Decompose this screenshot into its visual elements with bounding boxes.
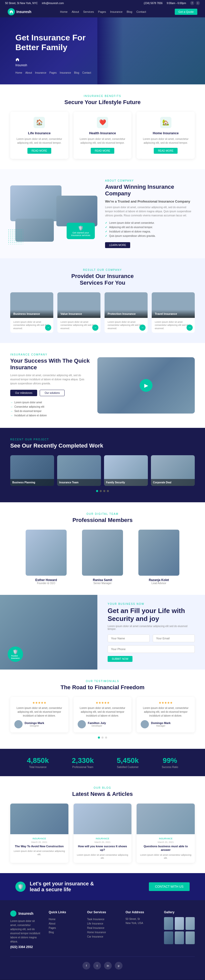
success-label: Insurance Company xyxy=(10,353,90,356)
avatar-2 xyxy=(78,720,86,729)
tab-milestones[interactable]: Our milestones xyxy=(10,390,37,396)
home-insurance-desc: Lorem ipsum dolor sit amet, consectetur … xyxy=(141,137,191,145)
cta-form-section: 🛡️ TrustedInsurance Your Business Now Ge… xyxy=(0,595,205,670)
hero-nav-contact[interactable]: Contact xyxy=(82,72,91,74)
value-service-desc: Lorem ipsum dolor sit amet consectetur a… xyxy=(61,320,98,330)
facebook-icon[interactable]: f xyxy=(190,1,194,5)
footer-svc-real[interactable]: Real Insurance xyxy=(87,926,118,930)
gallery-thumb-1[interactable] xyxy=(164,917,173,930)
nav-home[interactable]: Home xyxy=(60,10,67,13)
home-insurance-btn[interactable]: READ MORE xyxy=(154,148,178,154)
testimonial-dot-3[interactable] xyxy=(105,737,107,738)
nav-insurance[interactable]: Insurance xyxy=(110,10,122,13)
service-overlay: Business Insurance xyxy=(10,310,53,318)
footer-svc-task[interactable]: Task Insurance xyxy=(87,917,118,921)
business-service-arrow[interactable]: → xyxy=(45,325,51,331)
footer-svc-car[interactable]: Car Insurance xyxy=(87,934,118,939)
gallery-thumb-6[interactable] xyxy=(186,931,195,944)
cta-banner: 🛡️ Let's get your insurance &lead a secu… xyxy=(0,873,205,900)
footer-link-about[interactable]: About xyxy=(49,921,79,926)
nav-contact[interactable]: Contact xyxy=(136,10,146,13)
cta-banner-button[interactable]: CONTACT WITH US xyxy=(149,882,190,891)
hero-nav-blog[interactable]: Blog xyxy=(74,72,79,74)
footer-link-pages[interactable]: Pages xyxy=(49,926,79,930)
portfolio-item-4[interactable]: Corporate Deal xyxy=(151,455,195,486)
testimonial-dot-1[interactable] xyxy=(98,737,100,738)
testimonial-dot-2[interactable] xyxy=(101,737,104,738)
hero-nav-about[interactable]: About xyxy=(26,72,32,74)
portfolio-item-2[interactable]: Insurance Team xyxy=(57,455,101,486)
value-service-arrow[interactable]: → xyxy=(92,325,98,331)
dot-2[interactable] xyxy=(100,490,102,492)
tab-solutions[interactable]: Our solutions xyxy=(40,390,64,396)
email-input[interactable] xyxy=(153,635,195,642)
footer-address-title: Our Address xyxy=(126,910,156,914)
nav-blog[interactable]: Blog xyxy=(127,10,132,13)
news-date-3: March 20, 2021 xyxy=(140,841,192,843)
health-insurance-title: Health Insurance xyxy=(78,131,128,135)
phone-input[interactable] xyxy=(107,645,195,653)
news-card-3[interactable]: Insurance March 20, 2021 Questions busin… xyxy=(136,803,195,863)
portfolio-overlay-4: Corporate Deal xyxy=(151,479,195,486)
quote-button[interactable]: Get a Quote xyxy=(175,9,197,15)
footer-quick-col: Quick Links Home About Pages Blog xyxy=(49,910,79,949)
travel-service-image: Travel Insurance xyxy=(152,292,195,318)
stat-success: 99% Success Ratio xyxy=(162,756,178,768)
footer-link-home[interactable]: Home xyxy=(49,917,79,921)
nav-services[interactable]: Services xyxy=(83,10,94,13)
hero-nav-insurance2[interactable]: Insurance xyxy=(60,72,71,74)
gallery-thumb-3[interactable] xyxy=(186,917,195,930)
testimonials-title: The Road to Financial Freedom xyxy=(10,684,195,691)
portfolio-item-1[interactable]: Business Planning xyxy=(10,455,54,486)
nav-about[interactable]: About xyxy=(72,10,79,13)
social-pinterest-icon[interactable]: p xyxy=(115,962,122,969)
dot-3[interactable] xyxy=(103,490,105,492)
footer-svc-home[interactable]: Home Insurance xyxy=(87,930,118,934)
social-facebook-icon[interactable]: f xyxy=(83,962,90,969)
team-grid: Esther Howard Founder & CEO Ranisa Samit… xyxy=(10,530,195,585)
gallery-thumb-4[interactable] xyxy=(164,931,173,944)
news-image-1 xyxy=(10,803,69,834)
team-name-2: Ranisa Samit xyxy=(77,578,128,582)
dot-1[interactable] xyxy=(96,490,98,492)
portfolio-title-3: Family Security xyxy=(106,481,146,484)
gallery-thumb-2[interactable] xyxy=(175,917,184,930)
author-name-3: Domingo Mark xyxy=(151,721,170,724)
protect-service-arrow[interactable]: → xyxy=(139,325,146,331)
hero-image xyxy=(98,18,205,84)
success-section: Insurance Company Your Success With The … xyxy=(0,343,205,428)
avatar-1 xyxy=(14,720,22,729)
stats-section: 4,850k Total Insurance 2,330k Profession… xyxy=(0,749,205,776)
play-button[interactable]: ▶ xyxy=(140,379,152,392)
name-input[interactable] xyxy=(107,635,150,642)
testimonials-label: Our Testimonials xyxy=(10,680,195,682)
success-list-item: Sed do eiusmod tempor xyxy=(10,409,90,413)
hero-nav-pages[interactable]: Pages xyxy=(50,72,57,74)
news-card-1[interactable]: Insurance March 20, 2021 The Way To Avoi… xyxy=(10,803,69,863)
footer-services-col: Our Services Task Insurance Life Insuran… xyxy=(87,910,118,949)
travel-service-arrow[interactable]: → xyxy=(187,325,193,331)
footer-svc-life[interactable]: Life Insurance xyxy=(87,921,118,926)
social-twitter-icon[interactable]: t xyxy=(93,962,101,969)
footer-link-blog[interactable]: Blog xyxy=(49,930,79,934)
portfolio-overlay-1: Business Planning xyxy=(10,479,54,486)
twitter-icon[interactable]: t xyxy=(196,1,200,5)
success-video: ▶ xyxy=(98,357,195,414)
life-insurance-btn[interactable]: READ MORE xyxy=(27,148,51,154)
cta-label: Your Business Now xyxy=(107,603,195,605)
submit-button[interactable]: SUBMIT NOW xyxy=(107,656,133,662)
hero-nav-home[interactable]: Home xyxy=(15,72,22,74)
portfolio-item-3[interactable]: Family Security xyxy=(104,455,148,486)
hero-nav-insurance[interactable]: Insurance xyxy=(35,72,46,74)
health-insurance-btn[interactable]: READ MORE xyxy=(91,148,115,154)
learn-more-button[interactable]: LEARN MORE xyxy=(105,242,130,248)
social-linkedin-icon[interactable]: in xyxy=(104,962,112,969)
success-tabs: Our milestones Our solutions xyxy=(10,390,90,396)
news-body-2: Insurance March 20, 2021 How will you kn… xyxy=(74,834,132,863)
success-list-item: Lorem ipsum dolor amet xyxy=(10,400,90,404)
gallery-thumb-5[interactable] xyxy=(175,931,184,944)
dot-4[interactable] xyxy=(107,490,109,492)
news-card-2[interactable]: Insurance March 20, 2021 How will you kn… xyxy=(74,803,132,863)
award-title: Award Winning Insurance Company xyxy=(105,184,195,197)
nav-pages[interactable]: Pages xyxy=(98,10,106,13)
